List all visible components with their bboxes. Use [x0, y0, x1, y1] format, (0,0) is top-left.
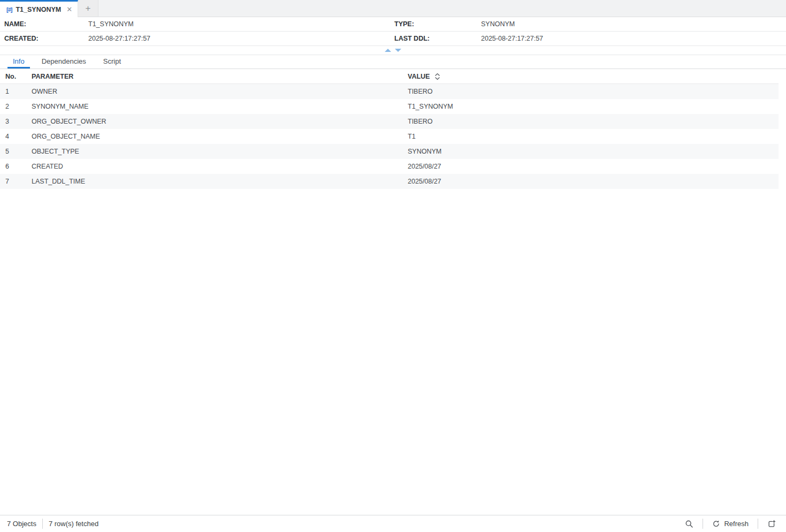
value-header-label: VALUE [408, 73, 430, 80]
sort-icon[interactable] [434, 73, 440, 80]
cell-no: 7 [5, 178, 32, 185]
created-label: CREATED: [4, 35, 88, 42]
table-row[interactable]: 5 OBJECT_TYPE SYNONYM [0, 144, 779, 159]
cell-no: 6 [5, 163, 32, 170]
cell-parameter: ORG_OBJECT_NAME [32, 133, 408, 140]
column-header-parameter: PARAMETER [32, 73, 408, 80]
last-ddl-value: 2025-08-27:17:27:57 [481, 35, 786, 42]
tab-t1-synonym[interactable]: [#] T1_SYNONYM ✕ [0, 0, 78, 17]
header-row-2: CREATED: 2025-08-27:17:27:57 LAST DDL: 2… [0, 32, 786, 46]
cell-value: T1_SYNONYM [408, 103, 779, 110]
cell-parameter: LAST_DDL_TIME [32, 178, 408, 185]
status-divider [703, 519, 703, 529]
cell-value: T1 [408, 133, 779, 140]
refresh-button[interactable]: Refresh [709, 518, 752, 530]
cell-parameter: CREATED [32, 163, 408, 170]
cell-value: TIBERO [408, 118, 779, 125]
status-bar-actions: Refresh [682, 518, 779, 530]
table-row[interactable]: 7 LAST_DDL_TIME 2025/08/27 [0, 174, 779, 189]
panel-collapse-control[interactable] [0, 46, 786, 55]
export-button[interactable] [764, 518, 779, 530]
tab-bar-filler [98, 0, 786, 17]
cell-parameter: SYNONYM_NAME [32, 103, 408, 110]
rows-fetched: 7 row(s) fetched [49, 520, 98, 528]
cell-no: 1 [5, 88, 32, 95]
editor-tab-bar: [#] T1_SYNONYM ✕ + [0, 0, 786, 17]
created-value: 2025-08-27:17:27:57 [88, 35, 394, 42]
object-header: NAME: T1_SYNONYM TYPE: SYNONYM CREATED: … [0, 17, 786, 46]
status-divider [42, 519, 43, 529]
synonym-icon: [#] [6, 6, 12, 13]
search-icon [685, 520, 693, 528]
cell-no: 5 [5, 148, 32, 155]
status-bar: 7 Objects 7 row(s) fetched Refresh [0, 515, 786, 532]
expand-down-icon[interactable] [395, 49, 401, 52]
objects-count: 7 Objects [7, 520, 36, 528]
search-button[interactable] [682, 518, 697, 530]
table-row[interactable]: 4 ORG_OBJECT_NAME T1 [0, 129, 779, 144]
cell-no: 3 [5, 118, 32, 125]
refresh-label: Refresh [724, 520, 749, 528]
cell-parameter: OBJECT_TYPE [32, 148, 408, 155]
column-header-value: VALUE [408, 73, 779, 80]
tab-script[interactable]: Script [98, 55, 126, 69]
status-divider [758, 519, 758, 529]
table-header-row: No. PARAMETER VALUE [0, 69, 779, 84]
cell-parameter: OWNER [32, 88, 408, 95]
new-tab-button[interactable]: + [78, 0, 98, 17]
tab-label: T1_SYNONYM [16, 6, 61, 13]
table-row[interactable]: 2 SYNONYM_NAME T1_SYNONYM [0, 99, 779, 114]
plus-icon: + [86, 3, 91, 14]
cell-value: 2025/08/27 [408, 178, 779, 185]
cell-value: SYNONYM [408, 148, 779, 155]
name-label: NAME: [4, 20, 88, 28]
tab-info[interactable]: Info [7, 55, 30, 69]
header-row-1: NAME: T1_SYNONYM TYPE: SYNONYM [0, 17, 786, 32]
type-value: SYNONYM [481, 20, 786, 28]
last-ddl-label: LAST DDL: [394, 35, 481, 42]
table-row[interactable]: 1 OWNER TIBERO [0, 84, 779, 99]
cell-parameter: ORG_OBJECT_OWNER [32, 118, 408, 125]
table-row[interactable]: 3 ORG_OBJECT_OWNER TIBERO [0, 114, 779, 129]
cell-no: 2 [5, 103, 32, 110]
detail-tabs: Info Dependencies Script [0, 55, 786, 69]
column-header-no: No. [5, 73, 32, 80]
tab-dependencies[interactable]: Dependencies [36, 55, 91, 69]
collapse-up-icon[interactable] [385, 49, 391, 52]
cell-value: 2025/08/27 [408, 163, 779, 170]
cell-no: 4 [5, 133, 32, 140]
refresh-icon [712, 520, 720, 528]
export-icon [767, 520, 776, 528]
table-row[interactable]: 6 CREATED 2025/08/27 [0, 159, 779, 174]
parameter-table: No. PARAMETER VALUE 1 OWNER TIBERO 2 SYN… [0, 69, 779, 189]
name-value: T1_SYNONYM [88, 20, 394, 28]
close-tab-icon[interactable]: ✕ [65, 5, 74, 14]
type-label: TYPE: [394, 20, 481, 28]
cell-value: TIBERO [408, 88, 779, 95]
